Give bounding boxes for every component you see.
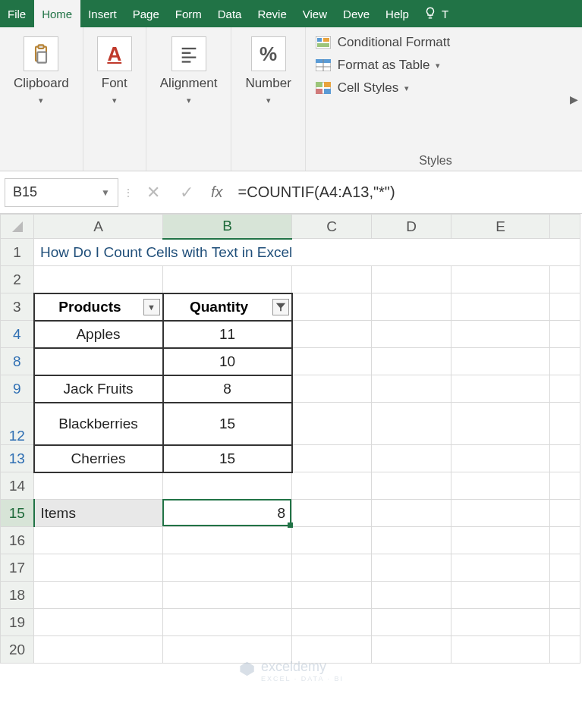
table-header-products[interactable]: Products ▼ [34,293,163,321]
cell[interactable] [550,375,580,403]
cell[interactable] [292,554,372,582]
cell[interactable] [451,348,550,375]
cell[interactable] [372,527,451,554]
cell[interactable] [163,582,292,609]
cell[interactable] [550,636,580,664]
cell[interactable] [372,609,451,636]
cell[interactable] [550,266,580,293]
cell[interactable] [451,472,550,500]
formula-input[interactable] [232,178,577,207]
cell[interactable] [550,321,580,348]
row-header[interactable]: 18 [1,582,34,609]
cell[interactable] [550,582,580,609]
cell[interactable] [550,348,580,375]
cell[interactable] [292,293,372,321]
cell[interactable] [292,445,372,472]
cell[interactable] [451,445,550,472]
row-header[interactable]: 16 [1,527,34,554]
row-header[interactable]: 15 [1,500,34,527]
cell-styles-button[interactable]: Cell Styles ▾ [315,80,556,96]
cell[interactable] [372,321,451,348]
cell[interactable] [34,266,163,293]
cell[interactable] [34,527,163,554]
format-as-table-button[interactable]: Format as Table ▾ [315,58,556,73]
row-header[interactable]: 19 [1,609,34,636]
ribbon-scroll-right[interactable]: ▶ [565,27,582,171]
column-header-C[interactable]: C [292,215,372,239]
column-header-E[interactable]: E [451,215,550,239]
column-header-D[interactable]: D [372,215,451,239]
cell[interactable] [451,582,550,609]
cell[interactable] [163,527,292,554]
cell-quantity[interactable]: 10 [163,348,292,375]
filter-dropdown-button[interactable]: ▼ [143,299,160,315]
cell[interactable] [292,609,372,636]
cell[interactable] [550,500,580,527]
cell[interactable] [372,636,451,664]
cell[interactable] [163,609,292,636]
tab-insert[interactable]: Insert [80,0,125,27]
cell-quantity[interactable]: 11 [163,321,292,348]
cell[interactable] [451,527,550,554]
cell[interactable] [550,293,580,321]
row-header[interactable]: 8 [1,348,34,375]
cell[interactable] [372,582,451,609]
row-header[interactable]: 20 [1,636,34,664]
cell[interactable] [550,527,580,554]
table-header-quantity[interactable]: Quantity [163,293,292,321]
cell[interactable] [372,445,451,472]
alignment-button[interactable]: Alignment ▾ [151,33,227,108]
row-header[interactable]: 14 [1,472,34,500]
cell[interactable] [292,527,372,554]
row-header[interactable]: 2 [1,266,34,293]
cell[interactable] [451,321,550,348]
cell-quantity[interactable]: 15 [163,403,292,445]
cell-product[interactable]: Apples [34,321,163,348]
cell[interactable] [550,472,580,500]
cell[interactable] [292,500,372,527]
tab-page-layout[interactable]: Page [125,0,168,27]
clipboard-button[interactable]: Clipboard ▾ [5,33,78,108]
cell[interactable] [372,375,451,403]
cell[interactable] [451,266,550,293]
cell[interactable] [451,609,550,636]
cell[interactable] [163,472,292,500]
row-header[interactable]: 13 [1,445,34,472]
cell[interactable] [292,375,372,403]
row-header[interactable]: 4 [1,321,34,348]
cell-product[interactable]: Blackberries [34,403,163,445]
tab-developer[interactable]: Deve [335,0,378,27]
cell[interactable] [550,403,580,445]
tab-formulas[interactable]: Form [168,0,210,27]
cell[interactable] [34,636,163,664]
cell[interactable] [163,554,292,582]
cell-quantity[interactable]: 15 [163,445,292,472]
cell[interactable] [451,403,550,445]
accept-formula-button[interactable]: ✓ [171,178,202,207]
row-header[interactable]: 1 [1,239,34,266]
cell[interactable] [372,266,451,293]
name-box[interactable]: B15 ▼ [5,178,118,207]
select-all-corner[interactable] [1,215,34,239]
conditional-formatting-button[interactable]: Conditional Formatt [315,35,556,50]
cell[interactable] [372,554,451,582]
cell[interactable] [451,554,550,582]
column-header-extra[interactable] [550,215,580,239]
cell[interactable] [34,582,163,609]
cell[interactable] [292,266,372,293]
cell[interactable] [292,321,372,348]
cell[interactable] [163,266,292,293]
cell[interactable] [292,348,372,375]
cell-items-label[interactable]: Items [34,500,163,527]
cell[interactable] [550,445,580,472]
worksheet-title[interactable]: How Do I Count Cells with Text in Excel [34,239,580,266]
cell[interactable] [292,403,372,445]
cell[interactable] [34,554,163,582]
cell[interactable] [292,582,372,609]
cell[interactable] [451,375,550,403]
tab-data[interactable]: Data [210,0,250,27]
filter-active-button[interactable] [272,299,289,315]
cell-items-value[interactable]: 8 [163,500,292,527]
column-header-B[interactable]: B [163,215,292,239]
tab-file[interactable]: File [0,0,34,27]
